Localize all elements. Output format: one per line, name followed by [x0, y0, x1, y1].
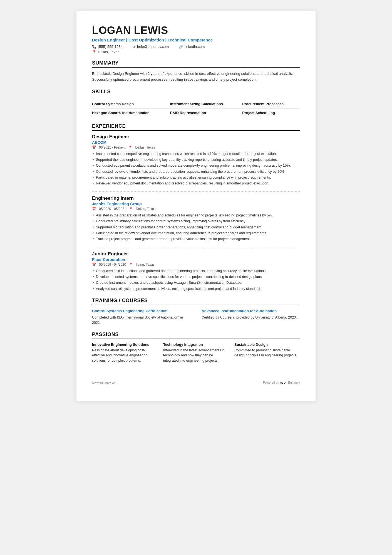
job-2-bullet-5: Tracked project progress and generated r…: [92, 236, 300, 242]
job-1-bullet-1: Implemented cost-competitive engineering…: [92, 151, 300, 157]
job-3-meta: 📅 05/2019 - 04/2020 📍 Irving, Texas: [92, 263, 300, 267]
contact-row: 📞 (555) 555-1234 ✉ help@enhancv.com 🔗 li…: [92, 45, 300, 49]
passion-item-1: Innovative Engineering Solutions Passion…: [92, 342, 158, 363]
job-1-bullet-4: Conducted reviews of vendor lists and pr…: [92, 169, 300, 174]
job-3-title: Junior Engineer: [92, 251, 300, 257]
job-2-company: Jacobs Engineering Group: [92, 202, 300, 206]
job-3-bullet-2: Developed control systems narrative spec…: [92, 274, 300, 280]
passion-2-text: Interested in the latest advancements in…: [163, 348, 229, 363]
job-1-meta: 📅 06/2021 - Present 📍 Dallas, Texas: [92, 145, 300, 149]
skills-table: Control Systems Design Instrument Sizing…: [92, 100, 300, 117]
calendar-icon-2: 📅: [92, 207, 96, 211]
experience-title: EXPERIENCE: [92, 123, 300, 131]
location-icon-1: 📍: [128, 145, 132, 149]
location-value: Dallas, Texas: [98, 50, 119, 54]
location-icon-2: 📍: [129, 207, 133, 211]
candidate-title: Design Engineer | Cost Optimization | Te…: [92, 38, 300, 42]
job-separator-1: [92, 191, 300, 192]
job-3-bullet-3: Created Instrument Indexes and datasheet…: [92, 280, 300, 285]
skill-4: Hexagon Smart® Instrumentation: [92, 108, 170, 117]
job-3-date: 05/2019 - 04/2020: [99, 263, 126, 267]
summary-section: SUMMARY Enthusiastic Design Engineer wit…: [92, 60, 300, 83]
job-2-bullets: Assisted in the preparation of estimates…: [92, 213, 300, 242]
job-1-bullet-6: Reviewed vendor equipment documentation …: [92, 181, 300, 186]
passions-title: PASSIONS: [92, 332, 300, 339]
job-3-bullet-4: Analyzed control systems procurement act…: [92, 286, 300, 292]
skills-title: SKILLS: [92, 89, 300, 96]
header: LOGAN LEWIS Design Engineer | Cost Optim…: [92, 24, 300, 54]
job-3-company: Fluor Corporation: [92, 257, 300, 262]
resume-container: LOGAN LEWIS Design Engineer | Cost Optim…: [76, 11, 316, 401]
powered-by-text: Powered by: [263, 381, 279, 384]
enhancv-logo-icon: ∞✓: [280, 380, 287, 385]
passion-2-title: Technology Integration: [163, 342, 229, 347]
job-1: Design Engineer AECOM 📅 06/2021 - Presen…: [92, 134, 300, 186]
passions-section: PASSIONS Innovative Engineering Solution…: [92, 332, 300, 363]
skill-2: Instrument Sizing Calculations: [170, 100, 242, 108]
skill-3: Procurement Processes: [242, 100, 300, 108]
job-1-bullets: Implemented cost-competitive engineering…: [92, 151, 300, 186]
job-separator-2: [92, 247, 300, 247]
training-1-text: Completed with ISA (International Societ…: [92, 315, 190, 325]
location-icon-3: 📍: [129, 263, 133, 267]
skill-6: Project Scheduling: [242, 108, 300, 117]
training-item-1: Control Systems Engineering Certificatio…: [92, 309, 190, 325]
training-title: TRAINING / COURSES: [92, 298, 300, 305]
training-2-text: Certified by Coursera, provided by Unive…: [202, 315, 300, 320]
passions-grid: Innovative Engineering Solutions Passion…: [92, 342, 300, 363]
training-2-title: Advanced Instrumentation for Automation: [202, 309, 300, 314]
job-2-location: Dallas, Texas: [136, 207, 155, 211]
location-row: 📍 Dallas, Texas: [92, 50, 300, 54]
job-2-bullet-3: Supported bid tabulation and purchase or…: [92, 225, 300, 230]
location-icon: 📍: [92, 50, 96, 54]
candidate-name: LOGAN LEWIS: [92, 24, 300, 36]
training-item-2: Advanced Instrumentation for Automation …: [202, 309, 300, 325]
calendar-icon-1: 📅: [92, 145, 96, 149]
passion-1-title: Innovative Engineering Solutions: [92, 342, 158, 347]
skills-section: SKILLS Control Systems Design Instrument…: [92, 89, 300, 117]
summary-title: SUMMARY: [92, 60, 300, 68]
job-2-bullet-4: Participated in the review of vendor doc…: [92, 231, 300, 236]
training-1-title: Control Systems Engineering Certificatio…: [92, 309, 190, 314]
job-2-title: Engineering Intern: [92, 196, 300, 201]
passion-3-title: Sustainable Design: [234, 342, 300, 347]
phone-icon: 📞: [92, 45, 96, 49]
job-1-location: Dallas, Texas: [135, 145, 155, 149]
job-3-location: Irving, Texas: [136, 263, 154, 267]
skills-row-2: Hexagon Smart® Instrumentation P&ID Repr…: [92, 108, 300, 117]
job-1-date: 06/2021 - Present: [99, 145, 125, 149]
job-1-bullet-2: Supported the lead engineer in developin…: [92, 157, 300, 162]
email-contact: ✉ help@enhancv.com: [133, 45, 169, 49]
calendar-icon-3: 📅: [92, 263, 96, 267]
passion-1-text: Passionate about developing cost-effecti…: [92, 348, 158, 363]
passion-item-3: Sustainable Design Committed to promotin…: [234, 342, 300, 363]
training-section: TRAINING / COURSES Control Systems Engin…: [92, 298, 300, 325]
summary-text: Enthusiastic Design Engineer with 2 year…: [92, 71, 300, 83]
phone-value: (555) 555-1234: [98, 45, 123, 49]
job-1-bullet-5: Participated in material procurement and…: [92, 175, 300, 180]
job-1-bullet-3: Conducted equipment calculations and sol…: [92, 163, 300, 168]
enhancv-branding: Powered by ∞✓ Enhancv: [263, 380, 300, 385]
email-icon: ✉: [133, 45, 136, 49]
phone-contact: 📞 (555) 555-1234: [92, 45, 123, 49]
email-value: help@enhancv.com: [137, 45, 169, 49]
experience-section: EXPERIENCE Design Engineer AECOM 📅 06/20…: [92, 123, 300, 292]
job-1-title: Design Engineer: [92, 134, 300, 140]
brand-name: Enhancv: [288, 381, 300, 384]
footer-website: www.enhancv.com: [92, 381, 117, 384]
training-grid: Control Systems Engineering Certificatio…: [92, 309, 300, 325]
linkedin-icon: 🔗: [179, 45, 183, 49]
passion-item-2: Technology Integration Interested in the…: [163, 342, 229, 363]
job-3-bullets: Conducted field inspections and gathered…: [92, 268, 300, 292]
passion-3-text: Committed to promoting sustainable desig…: [234, 348, 300, 358]
linkedin-value: linkedin.com: [185, 45, 205, 49]
skill-1: Control Systems Design: [92, 100, 170, 108]
job-3: Junior Engineer Fluor Corporation 📅 05/2…: [92, 251, 300, 292]
skill-5: P&ID Representation: [170, 108, 242, 117]
job-1-company: AECOM: [92, 140, 300, 145]
job-2-bullet-1: Assisted in the preparation of estimates…: [92, 213, 300, 218]
job-2-meta: 📅 05/2020 - 05/2021 📍 Dallas, Texas: [92, 207, 300, 211]
linkedin-contact: 🔗 linkedin.com: [179, 45, 205, 49]
job-3-bullet-1: Conducted field inspections and gathered…: [92, 268, 300, 274]
job-2-bullet-2: Conducted preliminary calculations for c…: [92, 219, 300, 224]
